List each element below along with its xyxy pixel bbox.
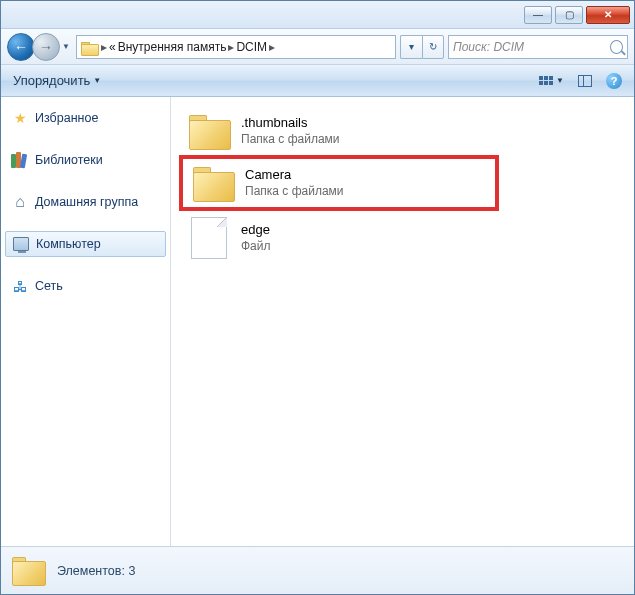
computer-icon: [12, 235, 30, 253]
search-box[interactable]: [448, 35, 628, 59]
file-item[interactable]: edgeФайл: [179, 211, 499, 265]
breadcrumb[interactable]: ▸ « Внутренняя память ▸ DCIM ▸: [76, 35, 396, 59]
view-mode-button[interactable]: ▼: [535, 74, 568, 87]
status-text: Элементов: 3: [57, 564, 135, 578]
item-info: CameraПапка с файлами: [245, 167, 344, 198]
titlebar: — ▢ ✕: [1, 1, 634, 29]
folder-item[interactable]: .thumbnailsПапка с файлами: [179, 107, 499, 155]
preview-pane-button[interactable]: [574, 73, 596, 89]
house-icon: ⌂: [11, 193, 29, 211]
toolbar: Упорядочить ▼ ▼ ?: [1, 65, 634, 97]
sidebar-item-label: Избранное: [35, 111, 98, 125]
help-button[interactable]: ?: [602, 71, 626, 91]
item-name: Camera: [245, 167, 344, 183]
folder-icon: [11, 556, 47, 586]
chevron-down-icon: ▼: [93, 76, 101, 85]
sidebar-item-libraries[interactable]: Библиотеки: [1, 147, 170, 173]
breadcrumb-part[interactable]: Внутренняя память: [118, 40, 227, 54]
breadcrumb-part[interactable]: DCIM: [236, 40, 267, 54]
books-icon: [11, 151, 29, 169]
statusbar: Элементов: 3: [1, 546, 634, 594]
item-type: Папка с файлами: [241, 132, 340, 147]
folder-item[interactable]: CameraПапка с файлами: [179, 155, 499, 211]
item-type: Папка с файлами: [245, 184, 344, 199]
sidebar-item-label: Домашняя группа: [35, 195, 138, 209]
breadcrumb-sep: ▸: [269, 40, 275, 54]
nav-buttons: ← → ▼: [7, 33, 72, 61]
search-input[interactable]: [453, 40, 606, 54]
minimize-button[interactable]: —: [524, 6, 552, 24]
chevron-down-icon: ▼: [556, 76, 564, 85]
item-type: Файл: [241, 239, 271, 254]
folder-icon: [81, 40, 99, 54]
sidebar-item-label: Библиотеки: [35, 153, 103, 167]
content-pane[interactable]: .thumbnailsПапка с файламиCameraПапка с …: [171, 97, 634, 546]
grid-icon: [539, 76, 553, 85]
sidebar-item-label: Компьютер: [36, 237, 101, 251]
breadcrumb-prefix: «: [109, 40, 116, 54]
help-icon: ?: [606, 73, 622, 89]
folder-icon: [191, 165, 235, 201]
organize-label: Упорядочить: [13, 73, 90, 88]
sidebar-item-label: Сеть: [35, 279, 63, 293]
item-info: .thumbnailsПапка с файлами: [241, 115, 340, 146]
organize-button[interactable]: Упорядочить ▼: [9, 71, 105, 90]
close-button[interactable]: ✕: [586, 6, 630, 24]
breadcrumb-dropdown[interactable]: ▾: [400, 35, 422, 59]
refresh-button[interactable]: ↻: [422, 35, 444, 59]
folder-icon: [187, 113, 231, 149]
network-icon: 🖧: [11, 277, 29, 295]
forward-button[interactable]: →: [32, 33, 60, 61]
breadcrumb-sep: ▸: [228, 40, 234, 54]
breadcrumb-sep: ▸: [101, 40, 107, 54]
sidebar: ★ Избранное Библиотеки ⌂ Домашняя группа…: [1, 97, 171, 546]
sidebar-item-homegroup[interactable]: ⌂ Домашняя группа: [1, 189, 170, 215]
item-info: edgeФайл: [241, 222, 271, 253]
file-icon: [191, 217, 227, 259]
refresh-group: ▾ ↻: [400, 35, 444, 59]
pane-icon: [578, 75, 592, 87]
back-button[interactable]: ←: [7, 33, 35, 61]
star-icon: ★: [11, 109, 29, 127]
item-name: edge: [241, 222, 271, 238]
search-icon: [610, 40, 623, 54]
sidebar-item-computer[interactable]: Компьютер: [5, 231, 166, 257]
navbar: ← → ▼ ▸ « Внутренняя память ▸ DCIM ▸ ▾ ↻: [1, 29, 634, 65]
item-name: .thumbnails: [241, 115, 340, 131]
sidebar-item-favorites[interactable]: ★ Избранное: [1, 105, 170, 131]
explorer-window: — ▢ ✕ ← → ▼ ▸ « Внутренняя память ▸ DCIM…: [0, 0, 635, 595]
nav-history-dropdown[interactable]: ▼: [60, 42, 72, 51]
sidebar-item-network[interactable]: 🖧 Сеть: [1, 273, 170, 299]
maximize-button[interactable]: ▢: [555, 6, 583, 24]
body: ★ Избранное Библиотеки ⌂ Домашняя группа…: [1, 97, 634, 546]
